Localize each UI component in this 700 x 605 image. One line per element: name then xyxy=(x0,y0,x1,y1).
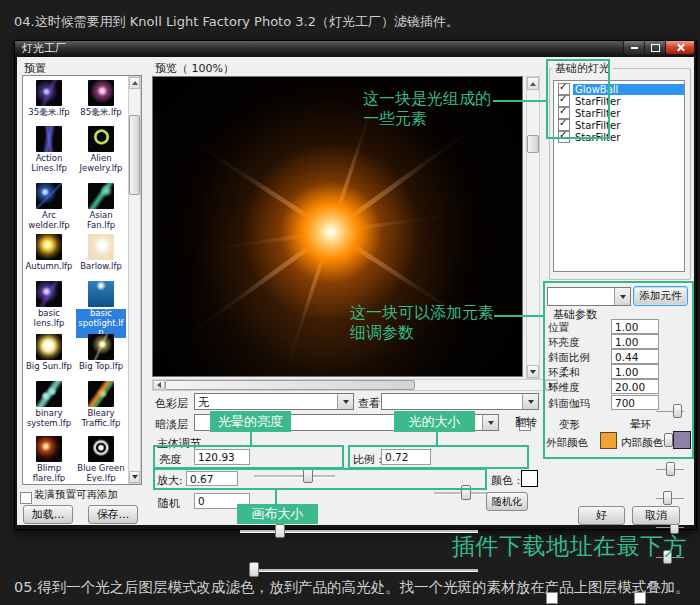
random-slider[interactable] xyxy=(248,561,480,578)
light-item[interactable]: StarFilter xyxy=(554,107,684,119)
preset-item[interactable]: Big Top.lfp xyxy=(75,330,127,377)
dialog-title: 灯光工厂 xyxy=(22,41,66,57)
scroll-down-icon[interactable] xyxy=(129,471,140,483)
add-element-button[interactable]: 添加元件 xyxy=(633,286,688,306)
scroll-left-icon[interactable] xyxy=(153,380,165,390)
ratio-input[interactable]: 0.72 xyxy=(381,449,431,465)
preset-item[interactable]: Blimp flare.lfp xyxy=(23,432,75,482)
slider-thumb[interactable] xyxy=(673,404,682,418)
zoom-slider[interactable] xyxy=(238,523,480,539)
param-slider[interactable] xyxy=(656,462,684,476)
preview-hscrollbar[interactable] xyxy=(152,379,558,391)
brightness-input[interactable]: 120.93 xyxy=(194,449,250,465)
light-item-selected[interactable]: GlowBall xyxy=(554,83,684,95)
view-label: 查看 xyxy=(358,396,380,411)
color-layer-dropdown[interactable]: 无 xyxy=(194,393,354,410)
param-slider[interactable] xyxy=(656,404,684,418)
light-checkbox[interactable] xyxy=(558,131,570,143)
preset-label: Barlow.lfp xyxy=(80,262,122,272)
zoom-label: 放大: xyxy=(157,473,183,488)
param-slider[interactable] xyxy=(656,491,684,505)
annotation-params-line2: 细调参数 xyxy=(350,323,414,343)
param-input[interactable]: 1.00 xyxy=(611,364,659,379)
preset-item[interactable]: 85毫米.lfp xyxy=(75,76,127,122)
preset-item[interactable]: Asian Fan.lfp xyxy=(75,179,127,230)
lights-list: GlowBall StarFilter StarFilter StarFilte… xyxy=(553,80,685,272)
preset-thumbnail xyxy=(88,80,114,106)
scrollbar-thumb[interactable] xyxy=(165,380,415,390)
slider-thumb[interactable] xyxy=(249,562,259,577)
slider-thumb[interactable] xyxy=(461,485,471,500)
base-params-label: 基础参数 xyxy=(553,307,597,322)
param-label: 位置 xyxy=(548,321,569,335)
close-button[interactable] xyxy=(665,41,695,55)
preset-item[interactable]: Blue Green Eye.lfp xyxy=(75,432,127,482)
preset-item[interactable]: Arc welder.lfp xyxy=(23,179,75,230)
element-type-dropdown[interactable] xyxy=(547,287,631,306)
param-input[interactable]: 1.00 xyxy=(611,319,659,334)
preset-label: Autumn.lfp xyxy=(25,262,72,272)
slider-thumb[interactable] xyxy=(664,433,673,447)
presets-scrollbar[interactable] xyxy=(128,76,141,484)
preset-item[interactable]: 35毫米.lfp xyxy=(23,76,75,122)
light-label: StarFilter xyxy=(570,132,620,143)
param-input[interactable]: 0.44 xyxy=(611,349,659,364)
slider-thumb[interactable] xyxy=(275,524,285,538)
light-item[interactable]: StarFilter xyxy=(554,119,684,131)
slider-thumb[interactable] xyxy=(303,468,313,483)
chevron-down-icon xyxy=(614,288,630,305)
slider-thumb[interactable] xyxy=(663,491,672,505)
preview-canvas[interactable] xyxy=(152,76,523,377)
randomize-button[interactable]: 随机化 xyxy=(486,492,528,511)
minimize-button[interactable] xyxy=(623,41,645,55)
color-layer-label: 色彩层 xyxy=(155,396,188,411)
inner-color-swatch[interactable] xyxy=(673,431,691,449)
preset-item[interactable]: Alien Jewelry.lfp xyxy=(75,122,127,179)
param-input[interactable]: 1.00 xyxy=(611,334,659,349)
zoom-input[interactable]: 0.67 xyxy=(186,471,238,486)
preset-item[interactable]: Autumn.lfp xyxy=(23,230,75,277)
annotation-light-size: 光的大小 xyxy=(394,411,475,432)
param-input[interactable]: 20.00 xyxy=(611,379,659,394)
scroll-up-icon[interactable] xyxy=(129,77,140,89)
preset-item[interactable]: Big Sun.lfp xyxy=(23,330,75,377)
preset-label: Action Lines.lfp xyxy=(24,154,74,173)
annotation-params-line1: 这一块可以添加元素 xyxy=(350,303,494,323)
scrollbar-thumb[interactable] xyxy=(129,115,140,195)
preset-item[interactable]: Bleary Traffic.lfp xyxy=(75,377,127,432)
preset-label: Blue Green Eye.lfp xyxy=(76,464,126,482)
preset-item[interactable]: Barlow.lfp xyxy=(75,230,127,277)
outer-color-label: 外部颜色 xyxy=(546,436,588,450)
slider-thumb[interactable] xyxy=(666,462,675,476)
minimize-icon xyxy=(631,47,638,49)
cancel-button[interactable]: 取消 xyxy=(632,506,680,525)
scroll-up-icon[interactable] xyxy=(527,77,539,90)
ratio-label: 比例 : xyxy=(353,452,382,467)
save-button[interactable]: 保存... xyxy=(88,505,138,524)
scrollbar-thumb[interactable] xyxy=(527,135,539,153)
preset-item[interactable]: Action Lines.lfp xyxy=(23,122,75,179)
load-button[interactable]: 加载... xyxy=(23,505,73,524)
inner-color-label: 内部颜色 xyxy=(621,436,663,450)
light-item[interactable]: StarFilter xyxy=(554,95,684,107)
outer-color-swatch[interactable] xyxy=(600,432,617,449)
preset-item[interactable]: binary system.lfp xyxy=(23,377,75,432)
dialog-titlebar[interactable]: 灯光工厂 xyxy=(15,41,694,57)
picker-color-swatch[interactable] xyxy=(521,470,538,487)
fill-presets-checkbox[interactable] xyxy=(20,492,32,504)
preview-vscrollbar[interactable] xyxy=(526,76,540,379)
flare-core xyxy=(181,82,481,377)
preset-label: basic lens.lfp xyxy=(24,309,74,328)
maximize-button[interactable] xyxy=(644,41,666,55)
ok-button[interactable]: 好 xyxy=(578,506,625,525)
brightness-slider[interactable] xyxy=(252,467,337,484)
light-item[interactable]: StarFilter xyxy=(554,131,684,143)
preset-item-selected[interactable]: basic spotlight.lfp xyxy=(75,277,127,330)
scroll-down-icon[interactable] xyxy=(527,365,539,378)
random-label: 随机 : xyxy=(158,496,198,511)
lights-group-label: 基础的灯光 xyxy=(552,61,613,76)
preset-item[interactable]: basic lens.lfp xyxy=(23,277,75,330)
view-dropdown[interactable] xyxy=(381,393,539,410)
param-input[interactable]: 700 xyxy=(611,395,659,410)
fill-presets-label: 装满预置可再添加 xyxy=(34,488,118,502)
